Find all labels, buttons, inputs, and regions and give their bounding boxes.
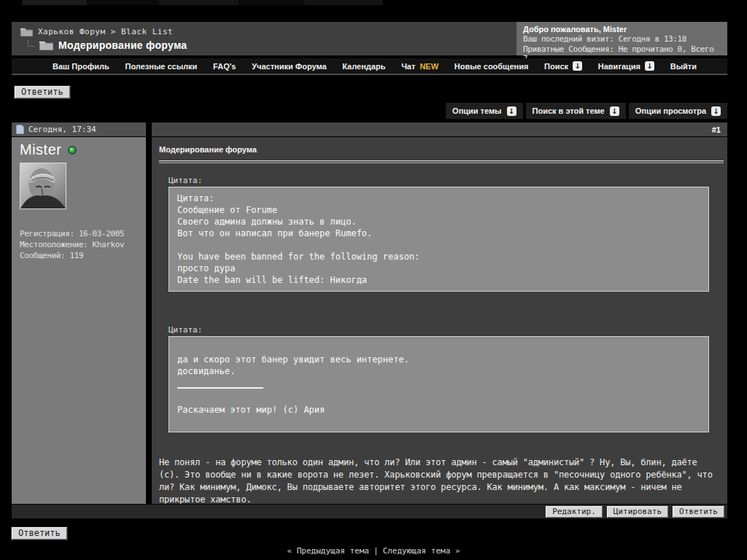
avatar-image [20,163,66,209]
post-timestamp: Сегодня, 17:34 [28,125,96,134]
quote-label: Цитата: [169,325,709,335]
folder-icon [39,40,53,50]
current-topic: Модерирование форума [28,39,187,51]
nav-links[interactable]: Полезные ссылки [125,62,198,71]
welcome-panel: Добро пожаловать, Mister Ваш последний в… [516,22,727,55]
user-column: Mister [12,137,146,504]
nav-search[interactable]: Поиск↓ [544,61,582,71]
last-visit: Ваш последний визит: Сегодня в 13:18 [523,34,721,44]
post-number-cell: #1 [152,122,727,136]
nav-calendar[interactable]: Календарь [342,62,385,71]
title-separator [159,160,724,163]
post-timestamp-cell: Сегодня, 17:34 [12,122,146,136]
dropdown-arrow-icon: ↓ [711,106,721,116]
reply-button-post[interactable]: Ответить [673,506,724,518]
navbar: Ваш Профиль Полезные ссылки FAQ's Участн… [12,58,727,75]
dropdown-arrow-icon: ↓ [507,106,516,116]
folder-icon [20,27,33,36]
new-badge: NEW [419,62,438,71]
top-banner-remnant [22,0,383,5]
signature-divider [177,387,263,389]
quote-text: да и скоро этот банер увидит весь интерн… [169,336,709,432]
quote-label: Цитата: [169,176,709,185]
document-icon [16,125,24,134]
nav-new-messages[interactable]: Новые сообщения [454,62,529,71]
search-in-topic-button[interactable]: Поиск в этой теме↓ [526,103,626,119]
post-actions-bar: Редактир. Цитировать Ответить [12,505,727,518]
dropdown-arrow-icon: ↓ [645,61,654,71]
breadcrumb-path[interactable]: Харьков Форум > Black List [38,27,173,36]
nav-members[interactable]: Участники Форума [252,62,326,71]
nav-chat[interactable]: ЧатNEW [401,62,438,71]
nav-faq[interactable]: FAQ's [213,62,236,71]
breadcrumb[interactable]: Харьков Форум > Black List [20,27,173,36]
thread-tools: Опции темы↓ Поиск в этой теме↓ Опции про… [446,103,727,119]
header-bar: Харьков Форум > Black List Модерирование… [12,22,727,55]
post-header: Сегодня, 17:34 #1 [12,122,727,136]
dropdown-arrow-icon: ↓ [610,106,619,116]
welcome-greeting: Добро пожаловать, Mister [523,25,721,34]
post-body-text: Не понял - на форуме только один админ, … [159,456,721,504]
username-link[interactable]: Mister [20,141,61,158]
topic-options-button[interactable]: Опции темы↓ [446,103,522,119]
nav-logout[interactable]: Выйти [670,62,697,71]
view-options-button[interactable]: Опции просмотра↓ [629,103,727,119]
user-info: Регистрация: 16-03-2005 Местоположение: … [20,228,138,261]
post-number[interactable]: #1 [712,125,721,134]
reply-button-top[interactable]: Ответить [15,86,70,98]
topic-nav-separator: | [374,546,379,556]
tree-corner-icon [28,40,34,47]
post-title: Модерирование форума [159,145,725,154]
next-topic-link[interactable]: Следующая тема » [383,546,460,556]
topic-title: Модерирование форума [58,39,187,51]
edit-button[interactable]: Редактир. [546,506,603,518]
topic-navigation: « Предыдущая тема|Следующая тема » [0,546,747,556]
prev-topic-link[interactable]: « Предыдущая тема [287,546,369,556]
post: Сегодня, 17:34 #1 Mister [12,122,727,518]
online-status-icon [68,146,77,155]
quote-block: Цитата: да и скоро этот банер увидит вес… [169,325,709,432]
quote-button[interactable]: Цитировать [607,506,668,518]
post-content: Модерирование форума Цитата: Цитата: Соо… [152,137,727,504]
reply-button-bottom[interactable]: Ответить [12,527,67,540]
nav-navigation[interactable]: Навигация↓ [598,61,654,71]
quote-text: Цитата: Сообщение от Forume Своего админ… [169,187,709,292]
quoted-signature: Раскачаем этот мир! (с) Ария [177,405,700,415]
quote-block: Цитата: Цитата: Сообщение от Forume Свое… [169,176,709,292]
dropdown-arrow-icon: ↓ [573,61,582,71]
forum-page: Харьков Форум > Black List Модерирование… [0,0,747,560]
quote-text-body: да и скоро этот банер увидит весь интерн… [177,354,409,376]
post-main: Mister [12,137,727,504]
nav-profile[interactable]: Ваш Профиль [53,62,109,71]
